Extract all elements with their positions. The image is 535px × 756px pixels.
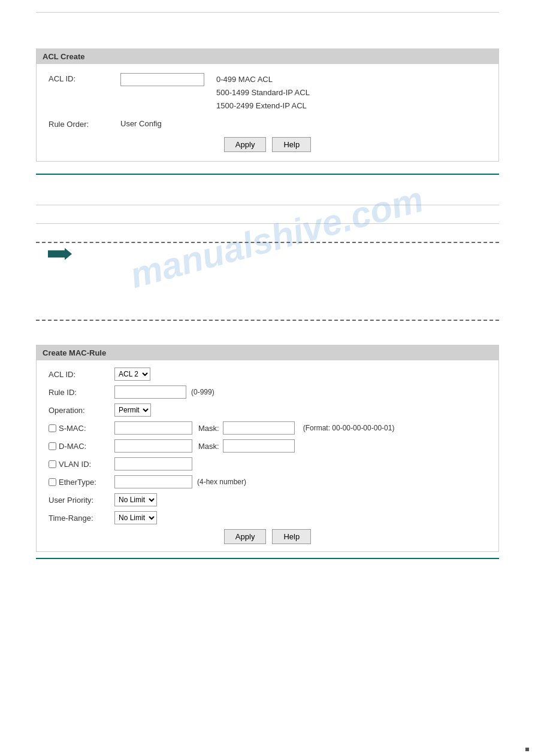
user-priority-row: User Priority: No Limit: [49, 493, 486, 506]
range-info-3: 1500-2499 Extend-IP ACL: [216, 99, 310, 113]
mac-apply-button[interactable]: Apply: [224, 529, 267, 544]
ether-type-checkbox[interactable]: [49, 478, 56, 486]
rule-order-label: Rule Order:: [49, 119, 120, 129]
dmac-mask-area: Mask:: [198, 439, 295, 453]
mac-rule-id-input[interactable]: [114, 385, 186, 399]
time-range-row: Time-Range: No Limit: [49, 511, 486, 524]
mac-operation-select[interactable]: Permit Deny: [114, 403, 151, 417]
range-info-2: 500-1499 Standard-IP ACL: [216, 86, 310, 99]
acl-help-button[interactable]: Help: [272, 137, 311, 152]
acl-id-row: ACL ID: 0-499 MAC ACL 500-1499 Standard-…: [49, 73, 486, 113]
ether-type-hint: (4-hex number): [197, 478, 246, 486]
top-divider: [36, 12, 499, 13]
teal-divider-1: [36, 174, 499, 175]
dmac-input[interactable]: [114, 439, 192, 453]
dmac-row: D-MAC: Mask:: [49, 439, 486, 453]
mac-rule-id-hint: (0-999): [191, 388, 214, 396]
smac-mask-hint: (Format: 00-00-00-00-00-01): [303, 424, 395, 432]
vlan-id-label: VLAN ID:: [59, 460, 91, 469]
mac-help-button[interactable]: Help: [272, 529, 311, 544]
rule-order-value: User Config: [120, 119, 162, 128]
ether-type-input[interactable]: [114, 475, 192, 488]
smac-checkbox-area: S-MAC:: [49, 424, 114, 433]
corner-indicator: [525, 748, 529, 751]
acl-create-section: ACL Create ACL ID: 0-499 MAC ACL 500-149…: [36, 48, 499, 162]
vlan-id-input[interactable]: [114, 457, 192, 470]
range-info-1: 0-499 MAC ACL: [216, 73, 310, 86]
smac-input[interactable]: [114, 421, 192, 435]
mac-acl-id-row: ACL ID: ACL 2: [49, 368, 486, 381]
mac-rule-id-label: Rule ID:: [49, 388, 114, 397]
smac-mask-label: Mask:: [198, 424, 219, 433]
smac-row: S-MAC: Mask: (Format: 00-00-00-00-00-01): [49, 421, 486, 435]
acl-id-input[interactable]: [120, 73, 204, 86]
time-range-label: Time-Range:: [49, 514, 114, 523]
mac-operation-label: Operation:: [49, 406, 114, 415]
user-priority-select[interactable]: No Limit: [114, 493, 157, 506]
mac-acl-id-select[interactable]: ACL 2: [114, 368, 150, 381]
mac-rule-button-row: Apply Help: [49, 529, 486, 544]
ether-type-label: EtherType:: [59, 478, 96, 487]
middle-line-2: [36, 223, 499, 224]
dmac-label: D-MAC:: [59, 442, 86, 451]
smac-label: S-MAC:: [59, 424, 86, 433]
ether-type-row: EtherType: (4-hex number): [49, 475, 486, 488]
arrow-icon: [48, 248, 72, 260]
middle-line-1: [36, 205, 499, 205]
mac-acl-id-label: ACL ID:: [49, 370, 114, 379]
mac-rule-section: Create MAC-Rule ACL ID: ACL 2 Rule ID: (…: [36, 345, 499, 552]
dmac-mask-label: Mask:: [198, 442, 219, 451]
smac-mask-area: Mask: (Format: 00-00-00-00-00-01): [198, 421, 394, 435]
rule-order-row: Rule Order: User Config: [49, 119, 486, 129]
acl-create-button-row: Apply Help: [49, 137, 486, 152]
mac-rule-id-row: Rule ID: (0-999): [49, 385, 486, 399]
acl-range-info: 0-499 MAC ACL 500-1499 Standard-IP ACL 1…: [216, 73, 310, 113]
dashed-section-2: [36, 320, 499, 321]
smac-mask-input[interactable]: [223, 421, 295, 435]
time-range-select[interactable]: No Limit: [114, 511, 157, 524]
user-priority-label: User Priority:: [49, 496, 114, 505]
ether-type-checkbox-area: EtherType:: [49, 478, 114, 487]
dmac-mask-input[interactable]: [223, 439, 295, 453]
dmac-checkbox-area: D-MAC:: [49, 442, 114, 451]
teal-divider-2: [36, 558, 499, 559]
acl-id-label: ACL ID:: [49, 73, 120, 83]
mac-rule-header: Create MAC-Rule: [37, 345, 498, 360]
middle-area: manualshive.com: [36, 187, 499, 333]
vlan-checkbox[interactable]: [49, 460, 56, 468]
smac-checkbox[interactable]: [49, 424, 56, 432]
mac-operation-row: Operation: Permit Deny: [49, 403, 486, 417]
dmac-checkbox[interactable]: [49, 442, 56, 450]
dashed-section-1: [36, 242, 499, 260]
vlan-id-row: VLAN ID:: [49, 457, 486, 470]
vlan-checkbox-area: VLAN ID:: [49, 460, 114, 469]
acl-create-header: ACL Create: [37, 49, 498, 64]
acl-apply-button[interactable]: Apply: [224, 137, 267, 152]
